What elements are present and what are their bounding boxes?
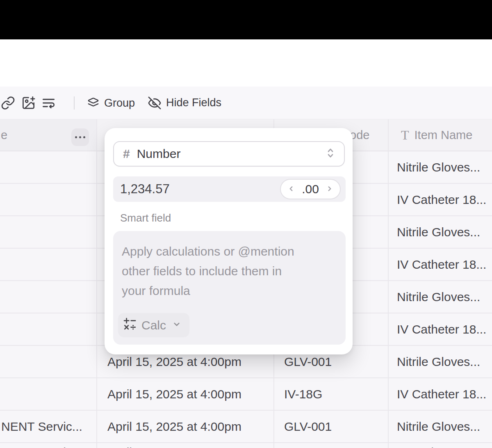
number-format-preview[interactable]: 1,234.57 .00 [113, 176, 346, 202]
group-button-label: Group [104, 96, 135, 109]
header-service-name[interactable]: e [0, 119, 97, 151]
table-row: NENT Servic...April 15, 2025 at 4:00pmGL… [0, 411, 492, 443]
cell-service-name[interactable]: NENT Servic... [0, 443, 97, 448]
layers-icon [87, 96, 100, 109]
more-options-button[interactable] [71, 128, 89, 146]
cell-item-name[interactable]: Nitrile Gloves... [389, 216, 492, 248]
hide-fields-button-label: Hide Fields [166, 96, 221, 109]
ellipsis-dot [83, 136, 85, 138]
text-type-icon: T [401, 128, 409, 142]
field-settings-popup: # Number 1,234.57 .00 Smart field Apply … [105, 128, 353, 354]
table-row: April 15, 2025 at 4:00pmIV-18GIV Cathete… [0, 378, 492, 411]
cell-item-code[interactable]: GLV-001 [274, 411, 389, 442]
cell-service-name[interactable] [0, 281, 97, 313]
cell-item-name[interactable]: Nitrile Gloves... [389, 281, 492, 313]
add-image-button[interactable] [21, 96, 36, 110]
chevron-down-icon [171, 318, 182, 332]
ellipsis-dot [79, 136, 81, 138]
link-button[interactable] [1, 96, 15, 110]
precision-value: .00 [302, 182, 319, 196]
wrap-text-icon [41, 96, 56, 110]
cell-item-code[interactable]: IV-18G [274, 378, 389, 410]
cell-service-name[interactable] [0, 151, 97, 183]
cell-service-name[interactable] [0, 249, 97, 280]
calc-button[interactable]: Calc [118, 313, 189, 337]
chevron-right-icon [325, 184, 334, 194]
cell-service-name[interactable] [0, 216, 97, 248]
cell-item-name[interactable]: Nitrile Gloves... [389, 411, 492, 442]
cell-date[interactable]: April 15, 2025 at 4:00pm [97, 411, 274, 442]
header-item-name-label: Item Name [415, 128, 473, 142]
view-toolbar: Group Hide Fields [0, 87, 492, 119]
cell-service-name[interactable] [0, 346, 97, 377]
cell-item-name[interactable]: IV Catheter 18... [389, 378, 492, 410]
calc-button-label: Calc [141, 318, 166, 332]
calc-icon [123, 317, 136, 333]
formula-input[interactable]: Apply calculations or @mention other fie… [113, 231, 346, 345]
link-icon [1, 96, 15, 110]
hash-icon: # [123, 147, 130, 161]
smart-field-label: Smart field [120, 212, 171, 224]
chevron-up-down-icon [324, 146, 337, 162]
cell-service-name[interactable] [0, 184, 97, 215]
precision-decrease-button[interactable] [285, 184, 297, 194]
formula-placeholder: Apply calculations or @mention other fie… [122, 242, 329, 301]
toolbar-divider [74, 96, 75, 110]
cell-service-name[interactable]: NENT Servic... [0, 411, 97, 442]
cell-item-name[interactable]: IV Catheter 18... [389, 313, 492, 345]
cell-service-name[interactable] [0, 313, 97, 345]
cell-date[interactable]: April 15, 2025 at 4:00pm [97, 378, 274, 410]
cell-date[interactable]: April 15, 2025 at 4:00pm [97, 443, 274, 448]
eye-off-icon [148, 96, 162, 110]
field-type-value: Number [137, 147, 324, 161]
cell-service-name[interactable] [0, 378, 97, 410]
field-type-select[interactable]: # Number [113, 141, 345, 167]
top-black-bar [0, 0, 492, 39]
ellipsis-dot [75, 136, 77, 138]
wrap-text-button[interactable] [41, 96, 56, 110]
image-plus-icon [21, 96, 36, 110]
precision-stepper: .00 [280, 179, 341, 199]
header-item-code-fragment: ode [350, 119, 369, 151]
precision-increase-button[interactable] [323, 184, 336, 194]
hide-fields-button[interactable]: Hide Fields [148, 96, 221, 110]
cell-item-code[interactable]: IV-18G [274, 443, 389, 448]
number-format-value: 1,234.57 [120, 182, 170, 197]
group-button[interactable]: Group [87, 96, 135, 109]
table-row: NENT Servic...April 15, 2025 at 4:00pmIV… [0, 443, 492, 448]
cell-item-name[interactable]: IV Catheter 18... [389, 249, 492, 280]
cell-item-name[interactable]: Nitrile Gloves... [389, 151, 492, 183]
cell-item-name[interactable]: Nitrile Gloves... [389, 346, 492, 377]
cell-item-name[interactable]: IV Catheter 18... [389, 443, 492, 448]
header-item-name[interactable]: T Item Name [389, 119, 492, 151]
cell-item-name[interactable]: IV Catheter 18... [389, 184, 492, 215]
chevron-left-icon [287, 184, 296, 194]
header-service-name-fragment: e [1, 128, 7, 142]
